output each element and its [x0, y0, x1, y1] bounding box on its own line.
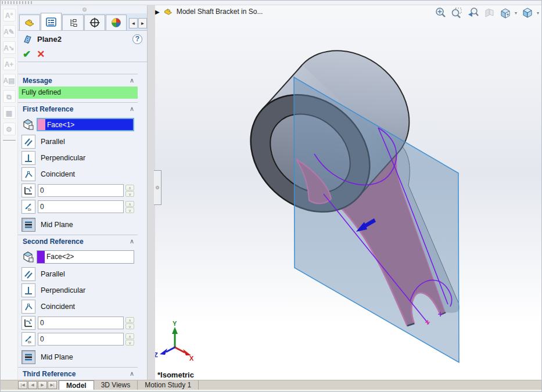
coincident-button[interactable] — [21, 167, 35, 181]
mid-plane-label: Mid Plane — [41, 221, 73, 229]
help-icon[interactable]: ? — [132, 34, 142, 44]
angle-input[interactable] — [38, 317, 124, 329]
parallel-button[interactable] — [21, 135, 35, 149]
coincident-button[interactable] — [21, 300, 35, 314]
svg-text:Di: Di — [28, 208, 31, 211]
panel-grip[interactable] — [18, 5, 147, 13]
triad-y-label: Y — [173, 320, 177, 327]
property-manager-panel: ◄ ► Plane2 ? ✔ ✕ Message ∧ Fully defined — [18, 5, 147, 380]
collapse-chevron-icon[interactable]: ∧ — [130, 105, 134, 113]
view-orientation-dropdown-icon[interactable]: ▾ — [515, 10, 517, 16]
display-manager-icon — [111, 17, 121, 28]
selected-face-item[interactable]: Face<1> — [45, 119, 133, 130]
triad-x-label: X — [189, 355, 194, 362]
property-manager-icon — [46, 17, 56, 27]
panel-splitter-handle[interactable] — [154, 170, 161, 205]
feature-manager-tab[interactable] — [19, 15, 40, 30]
3d-scene[interactable]: Y X Z *Isometric — [155, 5, 542, 380]
zoom-to-fit-button[interactable] — [433, 6, 447, 19]
first-reference-selection-box[interactable]: Face<1> — [37, 118, 134, 131]
flyout-expand-icon[interactable]: ▶ — [155, 9, 160, 15]
configuration-manager-icon — [68, 18, 78, 27]
distance-icon: Di — [21, 332, 35, 346]
toolbar-grip[interactable] — [2, 1, 33, 4]
section-view-button[interactable] — [482, 6, 496, 19]
toolbar-divider — [3, 140, 16, 141]
angle-icon: A — [21, 316, 35, 330]
selected-face-item[interactable]: Face<2> — [45, 251, 134, 263]
toolbar-strip — [1, 1, 542, 5]
display-manager-tab[interactable] — [106, 15, 127, 30]
view-orientation-button[interactable] — [498, 6, 512, 19]
annotation-tool-1-icon[interactable]: A° — [3, 9, 16, 21]
perpendicular-button[interactable] — [21, 283, 35, 297]
property-manager-tab[interactable] — [41, 13, 62, 30]
triad-z-label: Z — [155, 351, 158, 358]
status-tab-bar: |◀ ◀ ▶ ▶| Model 3D Views Motion Study 1 — [1, 380, 542, 390]
previous-view-button[interactable] — [466, 6, 480, 19]
annotation-tool-5-icon[interactable]: A▤ — [3, 74, 16, 87]
tab-scroll-right-button[interactable]: ► — [138, 18, 147, 28]
dimxpert-manager-tab[interactable] — [84, 15, 105, 30]
zoom-to-area-button[interactable] — [450, 6, 464, 19]
coincident-label: Coincident — [41, 170, 75, 178]
second-reference-header-label: Second Reference — [23, 238, 84, 246]
perpendicular-label: Perpendicular — [41, 286, 85, 294]
third-reference-section-header[interactable]: Third Reference ∧ — [18, 367, 138, 380]
graphics-area[interactable]: Y X Z *Isometric ▶ Model Shaft Bracket i… — [155, 5, 542, 380]
display-style-dropdown-icon[interactable]: ▾ — [537, 10, 539, 16]
svg-text:Di: Di — [28, 340, 31, 344]
page-title: Plane2 — [37, 35, 62, 44]
next-tab-button[interactable]: ▶ — [38, 381, 47, 389]
distance-spinner[interactable]: ∧∨ — [125, 201, 134, 213]
display-style-button[interactable] — [521, 6, 534, 19]
distance-input[interactable] — [38, 333, 124, 346]
mid-plane-button[interactable] — [21, 350, 35, 364]
annotation-tool-4-icon[interactable]: A+ — [3, 57, 16, 70]
perpendicular-icon — [23, 285, 34, 296]
coincident-label: Coincident — [41, 303, 75, 311]
mid-plane-icon — [23, 220, 34, 230]
distance-spinner[interactable]: ∧∨ — [125, 333, 134, 346]
angle-input[interactable] — [38, 184, 124, 197]
angle-spinner[interactable]: ∧∨ — [125, 185, 134, 197]
ok-button[interactable]: ✔ — [23, 48, 31, 60]
perpendicular-label: Perpendicular — [41, 154, 85, 162]
tab-3d-views[interactable]: 3D Views — [94, 380, 138, 390]
angle-spinner[interactable]: ∧∨ — [125, 317, 134, 329]
second-reference-selection-box[interactable]: Face<2> — [37, 250, 134, 264]
face2-color-swatch — [37, 251, 45, 263]
part-icon — [163, 7, 173, 16]
perpendicular-button[interactable] — [21, 151, 35, 165]
mid-plane-button[interactable] — [21, 218, 35, 232]
flyout-feature-tree[interactable]: ▶ Model Shaft Bracket in So... — [155, 7, 263, 16]
previous-tab-button[interactable]: ◀ — [28, 381, 37, 389]
view-orientation-label: *Isometric — [157, 371, 194, 379]
annotation-tool-2-icon[interactable]: A✎ — [3, 25, 16, 38]
first-tab-button[interactable]: |◀ — [18, 381, 27, 389]
collapse-chevron-icon[interactable]: ∧ — [130, 238, 134, 245]
message-section-header[interactable]: Message ∧ — [18, 74, 138, 87]
solidworks-window: A° A✎ A➘ A+ A▤ ⧉ ▦ ⚙ — [0, 0, 542, 392]
distance-input[interactable] — [38, 200, 124, 213]
last-tab-button[interactable]: ▶| — [48, 381, 57, 389]
svg-text:A: A — [30, 186, 32, 189]
tab-model[interactable]: Model — [59, 380, 94, 390]
annotation-tool-7-icon[interactable]: ▦ — [3, 106, 16, 119]
annotation-tool-3-icon[interactable]: A➘ — [3, 41, 16, 54]
configuration-manager-tab[interactable] — [62, 15, 83, 30]
first-reference-section-header[interactable]: First Reference ∧ — [18, 102, 138, 115]
collapse-chevron-icon[interactable]: ∧ — [130, 77, 134, 84]
heads-up-toolbar: ▾ ▾ — [433, 6, 540, 19]
collapse-chevron-icon[interactable]: ∧ — [130, 370, 134, 377]
parallel-icon — [23, 136, 34, 147]
annotation-tool-6-icon[interactable]: ⧉ — [3, 90, 16, 103]
parallel-button[interactable] — [21, 267, 35, 281]
tab-scroll-left-button[interactable]: ◄ — [129, 18, 138, 28]
annotation-tool-8-icon[interactable]: ⚙ — [3, 123, 16, 135]
second-reference-section-header[interactable]: Second Reference ∧ — [18, 235, 138, 247]
tab-motion-study-1[interactable]: Motion Study 1 — [138, 380, 199, 390]
cancel-button[interactable]: ✕ — [37, 48, 45, 60]
perpendicular-icon — [23, 153, 34, 163]
annotation-toolbar: A° A✎ A➘ A+ A▤ ⧉ ▦ ⚙ — [1, 5, 18, 380]
